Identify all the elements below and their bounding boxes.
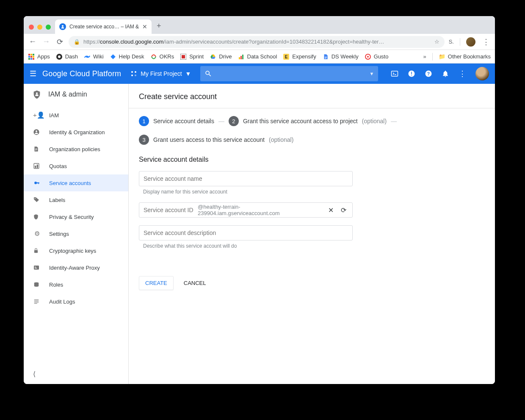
utilities-menu-icon[interactable]: ⋮	[459, 69, 466, 78]
sidebar-item-identity[interactable]: Identity & Organization	[24, 124, 128, 141]
step-3[interactable]: 3 Grant users access to this service acc…	[139, 135, 293, 145]
sidebar-item-labels[interactable]: Labels	[24, 191, 128, 208]
other-bookmarks[interactable]: 📁Other Bookmarks	[439, 53, 491, 60]
hamburger-menu-icon[interactable]: ☰	[30, 69, 36, 78]
svg-rect-44	[36, 182, 39, 183]
sidebar-item-iap[interactable]: Identity-Aware Proxy	[24, 259, 128, 276]
sidebar-item-crypto[interactable]: Cryptographic keys	[24, 242, 128, 259]
bookmark-dash[interactable]: Dash	[56, 53, 78, 60]
minimize-window-icon[interactable]	[37, 25, 42, 30]
bookmark-sprint[interactable]: Sprint	[180, 53, 204, 60]
svg-rect-9	[33, 58, 34, 60]
sidebar-item-privacy[interactable]: Privacy & Security	[24, 208, 128, 225]
maximize-window-icon[interactable]	[46, 25, 51, 30]
omnibox[interactable]: 🔒 https://console.cloud.google.com/iam-a…	[69, 36, 445, 48]
svg-rect-31	[411, 75, 412, 76]
clear-icon[interactable]: ✕	[326, 206, 336, 214]
user-avatar[interactable]	[475, 67, 489, 80]
cloud-shell-icon[interactable]	[391, 70, 398, 77]
svg-rect-55	[34, 303, 37, 304]
name-input[interactable]	[144, 175, 348, 182]
step-1[interactable]: 1 Service account details	[139, 116, 214, 126]
browser-tab[interactable]: Create service acco… – IAM & ✕	[55, 19, 152, 34]
close-tab-icon[interactable]: ✕	[142, 23, 147, 30]
bars-icon	[238, 53, 245, 60]
tab-favicon-icon	[59, 23, 66, 30]
new-tab-button[interactable]: +	[152, 22, 166, 34]
back-button[interactable]: ←	[28, 37, 37, 46]
list-icon	[33, 298, 41, 304]
gcp-logo[interactable]: Google Cloud Platform	[42, 69, 121, 78]
sidebar-item-serviceaccounts[interactable]: Service accounts	[24, 174, 128, 191]
step-2-optional: (optional)	[362, 118, 387, 124]
alert-icon[interactable]	[408, 70, 415, 77]
name-field[interactable]	[139, 171, 353, 186]
step-3-optional: (optional)	[269, 136, 293, 143]
circle-icon	[56, 53, 63, 60]
address-bar-row: ← → ⟳ 🔒 https://console.cloud.google.com…	[24, 34, 495, 50]
bookmark-dsweekly[interactable]: DS Weekly	[322, 53, 359, 60]
step-badge-2: 2	[229, 116, 239, 126]
profile-letter[interactable]: S.	[449, 39, 454, 45]
drive-icon	[210, 53, 216, 60]
bookmark-wiki[interactable]: Wiki	[84, 53, 104, 60]
bookmark-okrs[interactable]: OKRs	[150, 53, 174, 60]
bookmark-expensify[interactable]: EExpensify	[283, 53, 316, 60]
step-2[interactable]: 2 Grant this service account access to p…	[229, 116, 387, 126]
collapse-sidebar-icon[interactable]: ⟨	[33, 370, 36, 378]
sidebar-item-auditlogs[interactable]: Audit Logs	[24, 293, 128, 310]
svg-point-25	[135, 71, 136, 73]
profile-avatar-icon[interactable]	[466, 37, 475, 47]
step-badge-3: 3	[139, 135, 149, 145]
project-icon	[130, 70, 137, 77]
id-input[interactable]	[144, 207, 194, 213]
svg-point-23	[367, 56, 369, 58]
bookmarks-overflow-icon[interactable]: »	[423, 53, 426, 60]
gcp-search-input[interactable]	[216, 70, 365, 77]
project-selector[interactable]: My First Project ▼	[127, 69, 194, 79]
sidebar-item-roles[interactable]: Roles	[24, 276, 128, 293]
bookmark-apps[interactable]: Apps	[28, 53, 50, 60]
svg-rect-3	[33, 54, 34, 55]
bookmark-helpdesk[interactable]: Help Desk	[110, 53, 144, 60]
reload-button[interactable]: ⟳	[55, 37, 64, 47]
window-controls	[27, 25, 55, 34]
sidebar-item-quotas[interactable]: Quotas	[24, 158, 128, 174]
svg-point-34	[36, 92, 38, 94]
sprint-icon	[180, 53, 187, 60]
close-window-icon[interactable]	[29, 25, 34, 30]
docs-icon	[322, 53, 329, 60]
svg-rect-47	[34, 250, 38, 253]
sidebar-item-iam[interactable]: +👤IAM	[24, 107, 128, 124]
id-field[interactable]: @healthy-terrain-239904.iam.gserviceacco…	[139, 202, 353, 218]
bookmark-gusto[interactable]: Gusto	[365, 53, 389, 60]
description-hint: Describe what this service account will …	[139, 243, 485, 249]
svg-rect-21	[325, 58, 326, 58]
project-name: My First Project	[141, 70, 182, 77]
description-field[interactable]	[139, 225, 353, 240]
tag-icon	[33, 196, 41, 203]
help-icon[interactable]: ?	[425, 70, 432, 77]
sidebar-item-orgpolicies[interactable]: Organization policies	[24, 141, 128, 158]
description-input[interactable]	[144, 229, 348, 236]
gcp-search[interactable]: ▼	[200, 66, 378, 81]
shield-small-icon	[33, 213, 41, 220]
step-divider-icon: —	[391, 118, 397, 124]
star-icon[interactable]: ☆	[434, 39, 439, 45]
step-2-label: Grant this service account access to pro…	[243, 118, 358, 124]
cancel-button[interactable]: CANCEL	[181, 276, 209, 290]
svg-point-43	[34, 182, 37, 184]
svg-rect-4	[28, 56, 30, 58]
browser-menu-icon[interactable]: ⋮	[481, 37, 491, 47]
refresh-icon[interactable]: ⟳	[339, 206, 348, 214]
search-dropdown-icon[interactable]: ▼	[370, 71, 374, 76]
bookmark-dataschool[interactable]: Data School	[238, 53, 277, 60]
doc-icon	[33, 146, 41, 152]
sidebar-item-settings[interactable]: ⚙Settings	[24, 225, 128, 242]
forward-button[interactable]: →	[41, 37, 51, 46]
bookmark-drive[interactable]: Drive	[210, 53, 232, 60]
create-button[interactable]: CREATE	[139, 276, 174, 290]
notifications-icon[interactable]	[442, 70, 449, 77]
svg-rect-40	[34, 163, 39, 169]
svg-point-46	[35, 198, 36, 199]
